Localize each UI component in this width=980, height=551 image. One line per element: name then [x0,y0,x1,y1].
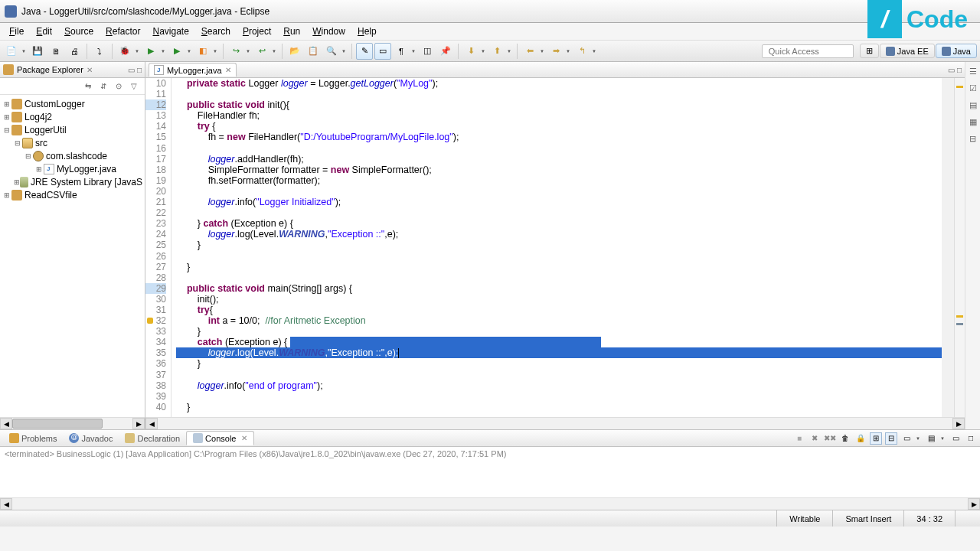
clear-console-icon[interactable]: 🗑 [839,432,851,445]
bottom-panel: Problems @Javadoc Declaration Console✕ ■… [0,429,980,510]
console-min-icon[interactable]: ▭ [949,432,962,445]
tree-item-customlogger[interactable]: CustomLogger [2,97,142,110]
hierarchy-icon[interactable]: ⊟ [967,132,979,145]
search-icon[interactable]: 🔍 [323,43,340,60]
open-perspective-icon[interactable]: ⊞ [860,44,879,58]
title-bar: Java - LoggerUtil/src/com/slashcode/MyLo… [0,0,980,23]
view-menu-icon[interactable]: ▽ [128,80,140,93]
tree-item-log4j2[interactable]: Log4j2 [2,110,142,123]
run-icon[interactable]: ▶ [142,43,159,60]
right-trim: ☰ ☑ ▤ ▦ ⊟ [965,62,980,429]
problems-tab[interactable]: Problems [3,432,63,445]
bottom-tabs: Problems @Javadoc Declaration Console✕ ■… [0,430,980,447]
editor-maximize-icon[interactable]: □ [957,66,962,74]
prev-annotation-icon[interactable]: ⬆ [488,43,505,60]
display-selected-icon[interactable]: ▭ [900,432,913,445]
minimize-icon[interactable]: ▭ [128,66,135,74]
open-task-icon[interactable]: 📋 [305,43,322,60]
show-console-icon[interactable]: ⊞ [870,432,882,445]
new-icon[interactable]: 📄 [3,43,20,60]
quick-access-input[interactable] [762,44,854,58]
perspective-switcher: ⊞ Java EE Java [860,44,977,58]
menu-edit[interactable]: Edit [30,24,58,39]
console-tab[interactable]: Console✕ [186,431,254,445]
perspective-javaee[interactable]: Java EE [880,44,935,58]
save-icon[interactable]: 💾 [29,43,46,60]
javadoc-tab[interactable]: @Javadoc [63,432,119,445]
debug-icon[interactable]: 🐞 [116,43,133,60]
app-icon [5,5,17,18]
package-explorer-toolbar: ⇆ ⇵ ⊙ ▽ [0,78,145,95]
menu-window[interactable]: Window [306,24,351,39]
window-title: Java - LoggerUtil/src/com/slashcode/MyLo… [21,6,270,17]
editor-hscroll[interactable]: ◀▶ [145,417,965,429]
editor-tab-mylogger[interactable]: MyLogger.java ✕ [149,63,237,77]
package-explorer-icon [3,64,14,75]
focus-icon[interactable]: ⊙ [113,80,125,93]
declaration-tab[interactable]: Declaration [119,432,186,445]
perspective-java[interactable]: Java [936,44,977,58]
next-annotation-icon[interactable]: ⬇ [462,43,479,60]
menu-run[interactable]: Run [277,24,306,39]
editor-vscroll[interactable] [942,78,954,417]
console-max-icon[interactable]: □ [965,432,977,445]
tree-item-jre-system-library-javas[interactable]: JRE System Library [JavaS [2,175,142,188]
menu-project[interactable]: Project [237,24,277,39]
remove-launch-icon[interactable]: ✖ [808,432,821,445]
menu-help[interactable]: Help [351,24,383,39]
outline2-icon[interactable]: ▤ [967,99,979,111]
close-tab-icon[interactable]: ✕ [225,66,231,74]
package-explorer-panel: Package Explorer ✕ ▭ □ ⇆ ⇵ ⊙ ▽ CustomLog… [0,62,145,429]
save-all-icon[interactable]: 🗎 [47,43,64,60]
skip-breakpoints-icon[interactable]: ⤵ [91,43,108,60]
back-icon[interactable]: ⬅ [521,43,538,60]
toggle-mark-icon[interactable]: ◫ [419,43,436,60]
show-whitespace-icon[interactable]: ¶ [393,43,410,60]
tree-item-mylogger-java[interactable]: MyLogger.java [2,162,142,175]
menu-bar[interactable]: FileEditSourceRefactorNavigateSearchProj… [0,23,980,41]
editor-area: MyLogger.java ✕ ▭ □ 10111213141516171819… [145,62,965,429]
menu-navigate[interactable]: Navigate [146,24,194,39]
code-editor[interactable]: 1011121314151617181920212223242526272829… [145,78,965,417]
menu-file[interactable]: File [3,24,30,39]
status-writable: Writable [776,510,832,527]
maximize-icon[interactable]: □ [137,66,142,74]
task-list-icon[interactable]: ☑ [967,82,979,94]
open-console-icon[interactable]: ▤ [925,432,937,445]
collapse-all-icon[interactable]: ⇆ [82,80,94,93]
menu-source[interactable]: Source [58,24,100,39]
new-package-icon[interactable]: ↪ [227,43,244,60]
last-edit-icon[interactable]: ↰ [573,43,590,60]
tree-item-com-slashcode[interactable]: com.slashcode [2,149,142,162]
pin-console-icon[interactable]: ⊟ [885,432,897,445]
scroll-lock-icon[interactable]: 🔒 [854,432,867,445]
overview-ruler[interactable] [954,78,965,417]
coverage-icon[interactable]: ◧ [194,43,211,60]
menu-refactor[interactable]: Refactor [100,24,146,39]
editor-minimize-icon[interactable]: ▭ [948,66,955,74]
explorer-hscroll[interactable]: ◀▶ [0,417,145,429]
tree-item-loggerutil[interactable]: LoggerUtil [2,123,142,136]
mark-occurrences-icon[interactable]: ✎ [356,43,373,60]
open-type-icon[interactable]: 📂 [286,43,303,60]
package-explorer-tab[interactable]: Package Explorer ✕ ▭ □ [0,62,145,78]
run-last-icon[interactable]: ▶ [168,43,185,60]
pin-editor-icon[interactable]: 📌 [437,43,454,60]
toggle-icon[interactable]: ▦ [967,116,979,128]
link-editor-icon[interactable]: ⇵ [97,80,109,93]
remove-all-icon[interactable]: ✖✖ [824,432,836,445]
java-file-icon [154,65,164,75]
tree-item-src[interactable]: src [2,136,142,149]
forward-icon[interactable]: ➡ [547,43,564,60]
outline-icon[interactable]: ☰ [967,65,979,77]
terminate-icon[interactable]: ■ [793,432,805,445]
menu-search[interactable]: Search [195,24,237,39]
new-class-icon[interactable]: ↩ [253,43,270,60]
project-tree[interactable]: CustomLoggerLog4j2LoggerUtilsrccom.slash… [0,95,145,417]
brand-logo: / Code [867,0,972,38]
toggle-block-icon[interactable]: ▭ [374,43,391,60]
tree-item-readcsvfile[interactable]: ReadCSVfile [2,188,142,201]
status-position: 34 : 32 [903,510,955,527]
console-hscroll[interactable]: ◀▶ [0,497,980,510]
print-icon[interactable]: 🖨 [66,43,83,60]
